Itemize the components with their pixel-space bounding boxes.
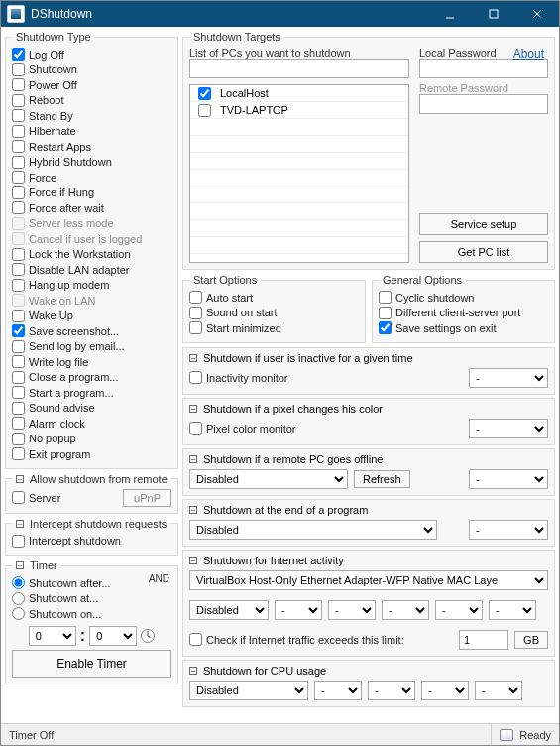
service-setup-button[interactable]: Service setup <box>419 213 548 235</box>
dropdown[interactable]: - <box>275 600 322 620</box>
dropdown[interactable]: - <box>469 469 548 489</box>
shutdown-type-save-screenshot-[interactable]: Save screenshot... <box>12 323 171 339</box>
shutdown-targets-group: Shutdown Targets About List of PCs you w… <box>182 31 555 270</box>
remote-pwd-label: Remote Password <box>419 82 548 94</box>
check-check-if-internet-traffic-exceeds-this-limit-[interactable]: Check if Internet traffic exceeds this l… <box>189 632 404 648</box>
shutdown-type-no-popup[interactable]: No popup <box>12 432 171 447</box>
shutdown-type-wake-up[interactable]: Wake Up <box>12 309 171 324</box>
enable-timer-button[interactable]: Enable Timer <box>12 650 171 678</box>
pc-list-label: List of PCs you want to shutdown <box>189 47 409 59</box>
expander-icon[interactable]: – <box>16 520 24 528</box>
timer-mode-shutdown-at-[interactable]: Shutdown at... <box>12 591 171 607</box>
dropdown[interactable]: - <box>435 600 483 620</box>
timer-mode-shutdown-on-[interactable]: Shutdown on... <box>12 606 171 622</box>
shutdown-type-lock-the-workstation[interactable]: Lock the Workstation <box>12 247 171 263</box>
dropdown[interactable]: - <box>475 681 522 700</box>
dropdown[interactable]: - <box>382 600 429 620</box>
dropdown[interactable]: VirtualBox Host-Only Ethernet Adapter-WF… <box>189 570 548 590</box>
expander-icon[interactable]: – <box>189 455 197 463</box>
shutdown-type-force[interactable]: Force <box>12 170 171 186</box>
minimize-button[interactable] <box>428 1 472 27</box>
intercept-legend: Intercept shutdown requests <box>30 518 167 530</box>
shutdown-type-close-a-program-[interactable]: Close a program... <box>12 370 171 386</box>
shutdown-type-log-off[interactable]: Log Off <box>12 47 171 62</box>
shutdown-type-server-less-mode: Server less mode <box>12 216 171 232</box>
intercept-shutdown-check[interactable]: Intercept shutdown <box>12 534 171 550</box>
clock-icon[interactable] <box>141 629 155 643</box>
dropdown[interactable]: - <box>469 520 548 540</box>
expander-icon[interactable]: – <box>189 557 197 564</box>
traffic-limit-input[interactable] <box>459 630 508 650</box>
close-button[interactable] <box>515 1 559 27</box>
refresh-button[interactable]: Refresh <box>354 470 410 488</box>
check-pixel-color-monitor[interactable]: Pixel color monitor <box>189 421 295 436</box>
timer-hours-select[interactable]: 0 <box>29 626 76 646</box>
maximize-button[interactable] <box>472 1 515 27</box>
shutdown-type-start-a-program-[interactable]: Start a program... <box>12 385 171 401</box>
shutdown-type-hybrid-shutdown[interactable]: Hybrid Shutdown <box>12 155 171 171</box>
remote-server-check[interactable]: Server <box>12 490 60 506</box>
dropdown[interactable]: Disabled <box>189 681 308 700</box>
shutdown-type-write-log-file[interactable]: Write log file <box>12 354 171 370</box>
dropdown[interactable]: - <box>489 600 536 620</box>
app-window: DShutdown Shutdown Type Log OffShutdownP… <box>0 0 560 746</box>
general-opt-save-settings-on-exit[interactable]: Save settings on exit <box>379 320 548 336</box>
check-inactivity-monitor[interactable]: Inactivity monitor <box>189 370 288 386</box>
dropdown[interactable]: - <box>469 368 548 388</box>
remote-password-input[interactable] <box>419 94 548 114</box>
pc-row[interactable]: LocalHost <box>190 85 408 102</box>
shutdown-type-sound-advise[interactable]: Sound advise <box>12 401 171 417</box>
and-label: AND <box>149 573 169 584</box>
shutdown-type-exit-program[interactable]: Exit program <box>12 446 171 462</box>
shutdown-type-shutdown[interactable]: Shutdown <box>12 62 171 78</box>
expander-icon[interactable]: – <box>16 475 24 483</box>
upnp-button[interactable]: uPnP <box>123 489 171 507</box>
section-title: Shutdown for CPU usage <box>203 665 326 677</box>
shutdown-type-power-off[interactable]: Power Off <box>12 77 171 93</box>
section-title: Shutdown if a remote PC goes offline <box>203 453 383 465</box>
dropdown[interactable]: - <box>328 600 376 620</box>
pc-list[interactable]: LocalHostTVD-LAPTOP <box>189 84 409 263</box>
dropdown[interactable]: - <box>314 681 362 700</box>
dropdown[interactable]: Disabled <box>189 520 437 540</box>
shutdown-type-send-log-by-email-[interactable]: Send log by email... <box>12 339 171 355</box>
trigger-internet: –Shutdown for Internet activityVirtualBo… <box>182 550 555 657</box>
dropdown[interactable]: - <box>421 681 469 700</box>
expander-icon[interactable]: – <box>189 506 197 514</box>
timer-mode-shutdown-after-[interactable]: Shutdown after... <box>12 575 171 591</box>
dropdown[interactable]: Disabled <box>189 469 348 489</box>
start-opt-auto-start[interactable]: Auto start <box>189 290 359 306</box>
trigger-offline: –Shutdown if a remote PC goes offlineDis… <box>182 448 555 496</box>
shutdown-type-disable-lan-adapter[interactable]: Disable LAN adapter <box>12 262 171 278</box>
shutdown-type-hibernate[interactable]: Hibernate <box>12 124 171 140</box>
dropdown[interactable]: - <box>469 419 548 438</box>
general-options-legend: General Options <box>379 274 466 286</box>
intercept-group: – Intercept shutdown requests Intercept … <box>5 518 178 557</box>
expander-icon[interactable]: – <box>189 667 197 675</box>
expander-icon[interactable]: – <box>189 354 197 362</box>
shutdown-type-stand-by[interactable]: Stand By <box>12 108 171 124</box>
shutdown-type-alarm-clock[interactable]: Alarm clock <box>12 416 171 432</box>
traffic-unit-button[interactable]: GB <box>514 631 548 649</box>
pc-row[interactable]: TVD-LAPTOP <box>190 102 408 119</box>
shutdown-type-restart-apps[interactable]: Restart Apps <box>12 139 171 155</box>
general-opt-cyclic-shutdown[interactable]: Cyclic shutdown <box>379 290 548 306</box>
about-link[interactable]: About <box>513 47 544 61</box>
start-opt-sound-on-start[interactable]: Sound on start <box>189 306 359 321</box>
expander-icon[interactable]: – <box>189 405 197 413</box>
start-opt-start-minimized[interactable]: Start minimized <box>189 320 359 336</box>
shutdown-type-hang-up-modem[interactable]: Hang up modem <box>12 278 171 294</box>
timer-minutes-select[interactable]: 0 <box>89 626 137 646</box>
dropdown[interactable]: Disabled <box>189 600 269 620</box>
local-password-input[interactable] <box>419 59 548 78</box>
general-opt-different-client-server-port[interactable]: Different client-server port <box>379 306 548 321</box>
get-pc-list-button[interactable]: Get PC list <box>419 241 548 263</box>
dropdown[interactable]: - <box>368 681 415 700</box>
shutdown-type-force-after-wait[interactable]: Force after wait <box>12 200 171 216</box>
left-column: Shutdown Type Log OffShutdownPower OffRe… <box>5 31 178 723</box>
expander-icon[interactable]: – <box>16 561 24 569</box>
shutdown-type-wake-on-lan: Wake on LAN <box>12 293 171 309</box>
shutdown-type-reboot[interactable]: Reboot <box>12 93 171 109</box>
shutdown-type-force-if-hung[interactable]: Force if Hung <box>12 186 171 201</box>
pc-name-input[interactable] <box>189 59 409 78</box>
